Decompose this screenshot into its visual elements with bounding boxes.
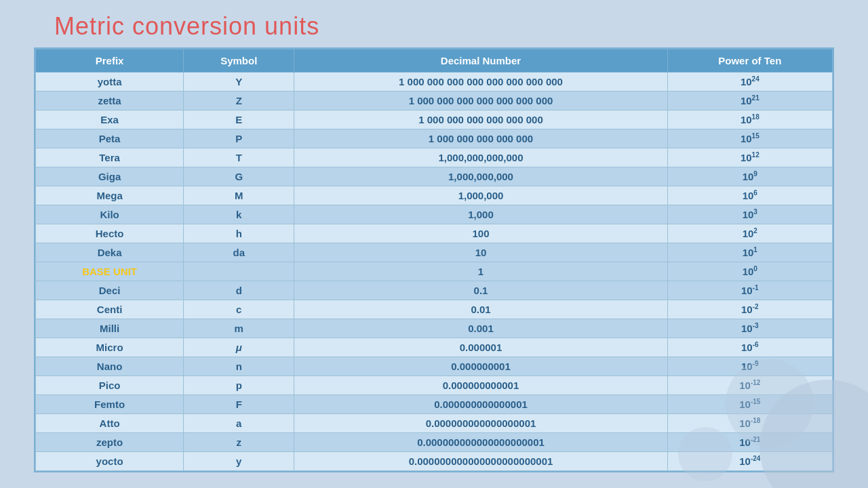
cell-decimal: 1,000,000,000: [294, 167, 667, 186]
cell-prefix: yocto: [36, 452, 184, 471]
cell-power: 1018: [667, 110, 832, 129]
cell-symbol: y: [184, 452, 294, 471]
table-row: Nanon0.00000000110-9: [36, 357, 833, 376]
cell-decimal: 0.000000001: [294, 357, 667, 376]
cell-decimal: 0.000000000000000000000001: [294, 452, 667, 471]
cell-symbol: Z: [184, 92, 294, 110]
col-header-power: Power of Ten: [667, 49, 832, 73]
cell-power: 1012: [667, 148, 832, 167]
cell-power: 10-1: [667, 281, 832, 300]
table-row: Kilok1,000103: [36, 205, 833, 224]
cell-decimal: 0.000000000001: [294, 376, 667, 395]
cell-power: 10-6: [667, 338, 832, 357]
cell-symbol: P: [184, 129, 294, 148]
cell-symbol: μ: [184, 338, 294, 357]
cell-symbol: G: [184, 167, 294, 186]
table-row: Dekada10101: [36, 243, 833, 262]
table-row: yottaY1 000 000 000 000 000 000 000 0001…: [36, 73, 833, 92]
cell-prefix: Kilo: [36, 205, 184, 224]
cell-symbol: a: [184, 414, 294, 433]
cell-symbol: z: [184, 433, 294, 452]
table-row: Decid0.110-1: [36, 281, 833, 300]
cell-symbol: m: [184, 319, 294, 338]
cell-prefix: Femto: [36, 395, 184, 414]
table-row: GigaG1,000,000,000109: [36, 167, 833, 186]
cell-symbol: p: [184, 376, 294, 395]
cell-decimal: 1 000 000 000 000 000 000: [294, 110, 667, 129]
cell-prefix: Peta: [36, 129, 184, 148]
metric-table: Prefix Symbol Decimal Number Power of Te…: [35, 49, 833, 471]
cell-power: 106: [667, 186, 832, 205]
cell-symbol: E: [184, 110, 294, 129]
cell-power: 101: [667, 243, 832, 262]
cell-prefix: Micro: [36, 338, 184, 357]
col-header-decimal: Decimal Number: [294, 49, 667, 73]
cell-power: 1021: [667, 92, 832, 110]
cell-power: 100: [667, 262, 832, 281]
table-header-row: Prefix Symbol Decimal Number Power of Te…: [36, 49, 833, 73]
cell-decimal: 10: [294, 243, 667, 262]
cell-prefix: Milli: [36, 319, 184, 338]
table-row: BASE UNIT1100: [36, 262, 833, 281]
cell-decimal: 1,000,000,000,000: [294, 148, 667, 167]
cell-prefix: Centi: [36, 300, 184, 319]
table-row: zettaZ1 000 000 000 000 000 000 0001021: [36, 92, 833, 110]
cell-symbol: c: [184, 300, 294, 319]
cell-symbol: F: [184, 395, 294, 414]
cell-decimal: 1: [294, 262, 667, 281]
table-row: TeraT1,000,000,000,0001012: [36, 148, 833, 167]
cell-prefix: Pico: [36, 376, 184, 395]
cell-power: 109: [667, 167, 832, 186]
table-row: Microμ0.00000110-6: [36, 338, 833, 357]
cell-decimal: 0.000000000000001: [294, 395, 667, 414]
cell-decimal: 1,000: [294, 205, 667, 224]
table-row: FemtoF0.00000000000000110-15: [36, 395, 833, 414]
cell-decimal: 1,000,000: [294, 186, 667, 205]
cell-decimal: 1 000 000 000 000 000: [294, 129, 667, 148]
cell-symbol: M: [184, 186, 294, 205]
cell-decimal: 0.000001: [294, 338, 667, 357]
cell-decimal: 1 000 000 000 000 000 000 000 000: [294, 73, 667, 92]
cell-decimal: 0.000000000000000000001: [294, 433, 667, 452]
cell-prefix: Hecto: [36, 224, 184, 243]
cell-power: 10-2: [667, 300, 832, 319]
cell-prefix: Mega: [36, 186, 184, 205]
table-row: ExaE1 000 000 000 000 000 0001018: [36, 110, 833, 129]
cell-decimal: 1 000 000 000 000 000 000 000: [294, 92, 667, 110]
cell-symbol: k: [184, 205, 294, 224]
cell-symbol: da: [184, 243, 294, 262]
cell-decimal: 0.000000000000000001: [294, 414, 667, 433]
cell-symbol: [184, 262, 294, 281]
cell-prefix: Exa: [36, 110, 184, 129]
cell-decimal: 100: [294, 224, 667, 243]
cell-symbol: T: [184, 148, 294, 167]
page-title: Metric conversion units: [0, 0, 868, 47]
cell-decimal: 0.01: [294, 300, 667, 319]
cell-symbol: n: [184, 357, 294, 376]
cell-power: 103: [667, 205, 832, 224]
cell-prefix: Deci: [36, 281, 184, 300]
table-row: PetaP1 000 000 000 000 0001015: [36, 129, 833, 148]
cell-decimal: 0.1: [294, 281, 667, 300]
cell-prefix: Atto: [36, 414, 184, 433]
cell-power: 1015: [667, 129, 832, 148]
cell-prefix: BASE UNIT: [36, 262, 184, 281]
cell-prefix: zetta: [36, 92, 184, 110]
table-row: Hectoh100102: [36, 224, 833, 243]
table-row: Centic0.0110-2: [36, 300, 833, 319]
col-header-prefix: Prefix: [36, 49, 184, 73]
cell-prefix: zepto: [36, 433, 184, 452]
cell-power: 1024: [667, 73, 832, 92]
metric-table-wrapper: Prefix Symbol Decimal Number Power of Te…: [34, 47, 834, 472]
cell-power: 102: [667, 224, 832, 243]
cell-prefix: Tera: [36, 148, 184, 167]
col-header-symbol: Symbol: [184, 49, 294, 73]
cell-symbol: h: [184, 224, 294, 243]
cell-prefix: Deka: [36, 243, 184, 262]
cell-prefix: Nano: [36, 357, 184, 376]
table-row: Millim0.00110-3: [36, 319, 833, 338]
cell-symbol: Y: [184, 73, 294, 92]
cell-prefix: Giga: [36, 167, 184, 186]
table-row: MegaM1,000,000106: [36, 186, 833, 205]
cell-power: 10-3: [667, 319, 832, 338]
